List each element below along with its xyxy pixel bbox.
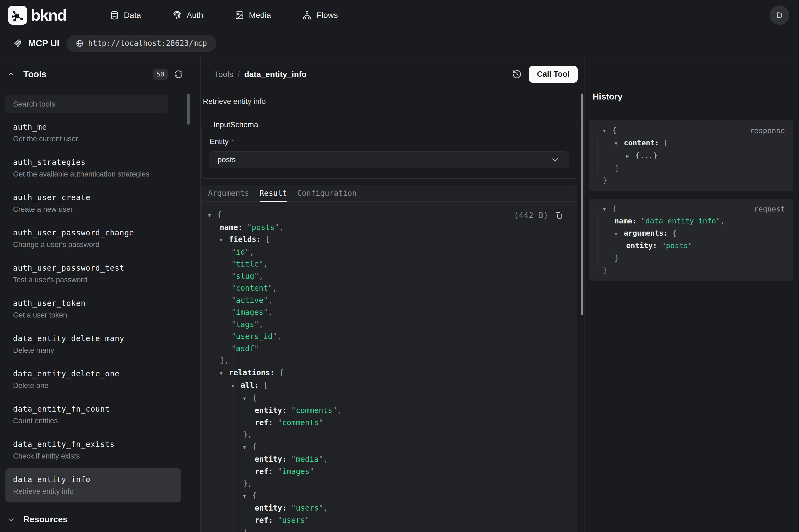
- required-mark: *: [231, 137, 234, 146]
- chevron-down-icon: [551, 156, 559, 164]
- tab-result[interactable]: Result: [260, 185, 287, 202]
- top-navbar: bknd Data Auth Media Flows D: [0, 0, 799, 31]
- entity-select[interactable]: posts: [209, 151, 569, 168]
- tool-name: data_entity_fn_exists: [13, 438, 173, 450]
- expand-toggle-icon[interactable]: ▸: [626, 150, 635, 162]
- tab-arguments[interactable]: Arguments: [208, 185, 249, 202]
- tool-description: Change a user's password: [13, 239, 173, 250]
- json-line: }: [202, 526, 570, 532]
- nav-item-auth[interactable]: Auth: [172, 11, 204, 20]
- json-line: entity: "posts": [596, 240, 785, 252]
- user-avatar[interactable]: D: [770, 5, 789, 25]
- json-line: entity: "users",: [202, 502, 570, 514]
- result-size: (442 B): [514, 209, 549, 222]
- avatar-initial: D: [777, 11, 782, 20]
- json-line: }: [596, 174, 785, 186]
- mcp-logo-icon: [13, 38, 23, 48]
- json-line: ▾relations: {: [202, 367, 570, 380]
- json-line: "users_id",: [202, 330, 570, 343]
- mcp-url: http://localhost:28623/mcp: [88, 39, 207, 48]
- tools-list: auth_meGet the current userauth_strategi…: [0, 113, 201, 502]
- tool-name: data_entity_info: [13, 474, 173, 486]
- json-line: ▾content: [: [596, 137, 785, 150]
- nav-label: Auth: [187, 11, 204, 20]
- tool-description: Delete one: [13, 380, 173, 391]
- json-line: ▾{: [596, 124, 785, 137]
- sidebar-item-auth_user_token[interactable]: auth_user_tokenGet a user token: [5, 292, 181, 326]
- main-nav: Data Auth Media Flows: [110, 11, 338, 20]
- collapse-toggle-icon[interactable]: ▾: [614, 137, 624, 150]
- tool-name: auth_user_create: [13, 192, 173, 204]
- sidebar-item-auth_user_password_test[interactable]: auth_user_password_testTest a user's pas…: [5, 257, 181, 291]
- tool-description: Test a user's password: [13, 274, 173, 286]
- json-line: ▾{: [202, 490, 570, 502]
- tool-description: Get the available authentication strateg…: [13, 168, 173, 180]
- sidebar-item-data_entity_delete_one[interactable]: data_entity_delete_oneDelete one: [5, 363, 181, 397]
- history-panel: History response▾{▾content: [▸{...}]}req…: [585, 56, 799, 532]
- tab-configuration[interactable]: Configuration: [297, 185, 357, 202]
- breadcrumb-tools-link[interactable]: Tools: [214, 70, 233, 79]
- nav-label: Flows: [317, 11, 338, 20]
- json-line: ▾{: [596, 203, 785, 215]
- history-card-request[interactable]: request▾{name: "data_entity_info",▾argum…: [589, 199, 793, 281]
- json-line: ▾fields: [: [202, 233, 570, 246]
- collapse-toggle-icon[interactable]: ▾: [231, 380, 241, 392]
- workflow-icon: [302, 11, 311, 20]
- tool-description: Retrieve entity info: [203, 97, 577, 106]
- nav-item-media[interactable]: Media: [235, 11, 271, 20]
- sidebar-item-data_entity_fn_count[interactable]: data_entity_fn_countCount entities: [5, 398, 181, 432]
- collapse-toggle-icon[interactable]: ▾: [208, 209, 217, 222]
- chevron-down-icon: [7, 516, 15, 523]
- breadcrumb-current: data_entity_info: [244, 70, 306, 79]
- resources-section-header[interactable]: Resources: [0, 507, 201, 532]
- refresh-icon[interactable]: [174, 70, 183, 79]
- tools-header-label: Tools: [23, 69, 46, 79]
- collapse-toggle-icon[interactable]: ▾: [243, 490, 252, 502]
- tool-description: Create a new user: [13, 204, 173, 215]
- search-input[interactable]: [5, 95, 168, 113]
- json-line: "active",: [202, 294, 570, 307]
- tools-section-header[interactable]: Tools 50: [0, 56, 201, 92]
- entity-select-value: posts: [217, 155, 236, 164]
- collapse-toggle-icon[interactable]: ▾: [243, 441, 252, 454]
- json-line: ref: "comments": [202, 417, 570, 429]
- brand-name: bknd: [31, 6, 66, 24]
- sidebar-item-data_entity_info[interactable]: data_entity_infoRetrieve entity info: [5, 468, 181, 502]
- json-line: "tags",: [202, 319, 570, 331]
- mcp-title-label: MCP UI: [28, 38, 59, 49]
- copy-button[interactable]: [555, 211, 563, 220]
- sidebar-item-auth_strategies[interactable]: auth_strategiesGet the available authent…: [5, 151, 181, 185]
- collapse-toggle-icon[interactable]: ▾: [614, 228, 624, 240]
- brand-logo[interactable]: bknd: [8, 6, 66, 25]
- tool-name: auth_me: [13, 121, 173, 133]
- nav-item-flows[interactable]: Flows: [302, 11, 338, 20]
- tool-name: data_entity_delete_one: [13, 368, 173, 380]
- result-json-viewer: ▾{(442 B) name: "posts",▾fields: ["id","…: [202, 202, 577, 532]
- entity-field-label: Entity*: [210, 137, 569, 146]
- main-scrollbar[interactable]: [581, 94, 583, 315]
- nav-item-data[interactable]: Data: [110, 11, 141, 20]
- collapse-toggle-icon[interactable]: ▾: [603, 125, 612, 137]
- sidebar-scrollbar[interactable]: [187, 94, 190, 125]
- json-line: "asdf": [202, 343, 570, 355]
- collapse-toggle-icon[interactable]: ▾: [243, 393, 252, 405]
- json-line: name: "posts",: [202, 222, 570, 234]
- sidebar-item-data_entity_delete_many[interactable]: data_entity_delete_manyDelete many: [5, 327, 181, 361]
- history-icon[interactable]: [512, 70, 522, 79]
- json-line: }: [596, 264, 785, 276]
- call-tool-button[interactable]: Call Tool: [529, 66, 578, 83]
- collapse-toggle-icon[interactable]: ▾: [603, 203, 612, 215]
- sidebar-item-auth_me[interactable]: auth_meGet the current user: [5, 116, 181, 150]
- copy-icon: [555, 211, 563, 220]
- json-line: ▾arguments: {: [596, 227, 785, 240]
- tool-description: Retrieve entity info: [13, 486, 173, 497]
- mcp-title: MCP UI: [13, 38, 59, 49]
- json-line: ▾{: [202, 392, 570, 405]
- collapse-toggle-icon[interactable]: ▾: [220, 367, 229, 380]
- sidebar-item-data_entity_fn_exists[interactable]: data_entity_fn_existsCheck if entity exi…: [5, 433, 181, 467]
- mcp-url-pill[interactable]: http://localhost:28623/mcp: [66, 35, 216, 52]
- sidebar-item-auth_user_password_change[interactable]: auth_user_password_changeChange a user's…: [5, 222, 181, 256]
- history-card-response[interactable]: response▾{▾content: [▸{...}]}: [589, 120, 793, 191]
- collapse-toggle-icon[interactable]: ▾: [220, 234, 229, 246]
- sidebar-item-auth_user_create[interactable]: auth_user_createCreate a new user: [5, 186, 181, 221]
